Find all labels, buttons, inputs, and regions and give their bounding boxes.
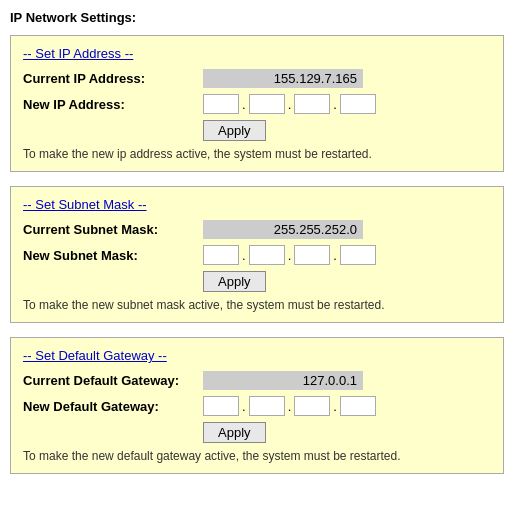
new-gateway-inputs: . . . <box>203 396 376 416</box>
ip-note: To make the new ip address active, the s… <box>23 147 491 161</box>
current-ip-value: 155.129.7.165 <box>203 69 363 88</box>
new-ip-octet4[interactable] <box>340 94 376 114</box>
new-gateway-octet2[interactable] <box>249 396 285 416</box>
new-subnet-octet3[interactable] <box>294 245 330 265</box>
current-ip-label: Current IP Address: <box>23 71 203 86</box>
ip-address-title: -- Set IP Address -- <box>23 46 491 61</box>
current-subnet-label: Current Subnet Mask: <box>23 222 203 237</box>
subnet-mask-title: -- Set Subnet Mask -- <box>23 197 491 212</box>
new-ip-inputs: . . . <box>203 94 376 114</box>
new-subnet-inputs: . . . <box>203 245 376 265</box>
subnet-mask-section: -- Set Subnet Mask -- Current Subnet Mas… <box>10 186 504 323</box>
subnet-note: To make the new subnet mask active, the … <box>23 298 491 312</box>
new-gateway-octet4[interactable] <box>340 396 376 416</box>
ip-apply-button[interactable]: Apply <box>203 120 266 141</box>
default-gateway-section: -- Set Default Gateway -- Current Defaul… <box>10 337 504 474</box>
new-gateway-octet1[interactable] <box>203 396 239 416</box>
current-gateway-label: Current Default Gateway: <box>23 373 203 388</box>
new-gateway-label: New Default Gateway: <box>23 399 203 414</box>
subnet-apply-button[interactable]: Apply <box>203 271 266 292</box>
new-ip-octet3[interactable] <box>294 94 330 114</box>
new-gateway-octet3[interactable] <box>294 396 330 416</box>
current-subnet-value: 255.255.252.0 <box>203 220 363 239</box>
new-ip-octet2[interactable] <box>249 94 285 114</box>
new-ip-octet1[interactable] <box>203 94 239 114</box>
new-subnet-octet4[interactable] <box>340 245 376 265</box>
gateway-apply-button[interactable]: Apply <box>203 422 266 443</box>
default-gateway-title: -- Set Default Gateway -- <box>23 348 491 363</box>
new-ip-label: New IP Address: <box>23 97 203 112</box>
current-gateway-value: 127.0.0.1 <box>203 371 363 390</box>
page-title: IP Network Settings: <box>10 10 504 25</box>
new-subnet-label: New Subnet Mask: <box>23 248 203 263</box>
new-subnet-octet1[interactable] <box>203 245 239 265</box>
gateway-note: To make the new default gateway active, … <box>23 449 491 463</box>
new-subnet-octet2[interactable] <box>249 245 285 265</box>
ip-address-section: -- Set IP Address -- Current IP Address:… <box>10 35 504 172</box>
